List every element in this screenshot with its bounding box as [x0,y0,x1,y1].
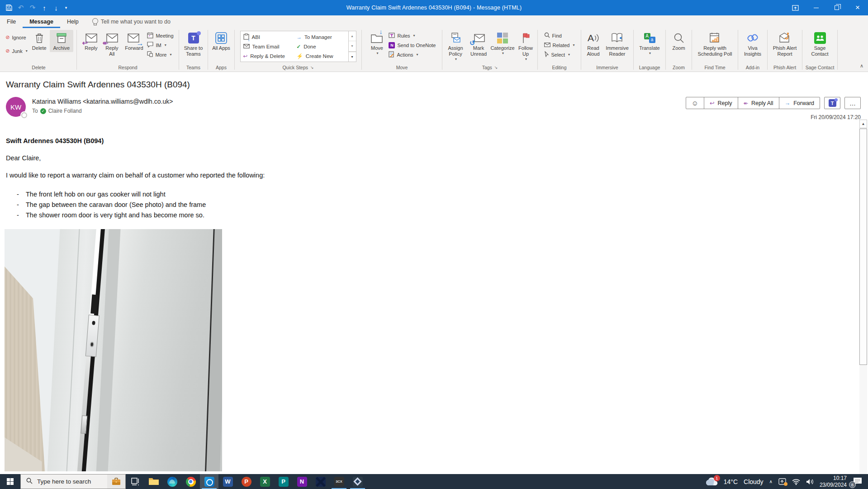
onenote-icon[interactable]: N [293,474,311,489]
tab-file[interactable]: File [0,15,23,28]
hidden-icons-chevron[interactable]: ∧ [769,479,773,484]
select-button[interactable]: Select ▾ [543,50,576,59]
scrollbar-thumb[interactable] [859,129,867,365]
quick-step-team-email[interactable]: Team Email [242,42,296,51]
taskbar-search[interactable]: Type here to search [20,474,126,489]
junk-button[interactable]: ⊘ Junk ▾ [4,46,28,56]
delete-button[interactable]: Delete [29,30,50,52]
im-button[interactable]: IM ▾ [146,40,175,50]
tab-message[interactable]: Message [23,15,60,28]
3cx-icon[interactable]: 3CX [330,474,348,489]
task-view-button[interactable] [126,474,144,489]
weather-icon[interactable]: 1 [705,477,718,487]
categorize-button[interactable]: Categorize ▾ [490,30,515,57]
tray-app-icon[interactable] [778,478,786,485]
close-button[interactable]: × [847,0,868,15]
tell-me-box[interactable]: Tell me what you want to do [92,18,171,26]
find-button[interactable]: Find [543,31,576,40]
meeting-button[interactable]: Meeting [146,31,175,40]
quick-steps-scroll-up[interactable]: ▴ [349,31,356,41]
viva-insights-button[interactable]: Viva Insights [740,30,765,58]
wifi-icon[interactable] [792,479,800,485]
sage-contact-button[interactable]: Sage Contact [807,30,833,58]
reply-header-label: Reply [718,100,732,106]
chevron-down-icon: ▾ [502,51,504,56]
message-scrollbar[interactable]: ▲ [859,120,867,474]
word-icon[interactable]: W [218,474,237,489]
related-button[interactable]: Related ▾ [543,40,576,50]
quick-step-reply-delete[interactable]: ↩ Reply & Delete [242,51,296,61]
reply-header-button[interactable]: ↩ Reply [704,97,737,109]
dialog-launcher-icon[interactable]: ↘ [310,65,314,70]
mark-unread-button[interactable]: ↺ Mark Unread [467,30,490,58]
previous-item-icon[interactable]: ↑ [39,2,50,13]
translate-button[interactable]: A a Translate ▾ [636,30,663,57]
start-button[interactable] [0,474,20,489]
attached-photo-caravan-door[interactable] [5,229,222,471]
rules-button[interactable]: Rules ▾ [387,31,437,40]
next-item-icon[interactable]: ↓ [51,2,62,13]
weather-condition[interactable]: Cloudy [744,478,764,485]
assign-policy-button[interactable]: Assign Policy ▾ [444,30,467,62]
move-button[interactable]: ↓ Move ▾ [366,30,387,57]
teams-share-button[interactable]: T [824,97,840,109]
quick-step-create-new[interactable]: ⚡ Create New [296,51,346,61]
send-to-onenote-button[interactable]: N Send to OneNote [387,40,437,50]
powerpoint-icon[interactable]: P [237,474,256,489]
publisher-icon[interactable]: P [274,474,293,489]
related-label: Related [553,43,570,48]
dialog-launcher-icon[interactable]: ↘ [494,65,498,70]
minimize-button[interactable] [806,0,826,15]
chrome-icon[interactable] [181,474,200,489]
avatar[interactable]: KW [6,97,26,117]
restore-button[interactable] [826,0,847,15]
all-apps-button[interactable]: All Apps [210,30,232,52]
quick-step-to-manager[interactable]: → To Manager [296,32,346,42]
quick-step-done[interactable]: ✓ Done [296,42,346,51]
edge-icon[interactable] [163,474,181,489]
save-icon[interactable] [4,2,14,13]
more-actions-button[interactable]: … [844,97,861,109]
scroll-up-arrow[interactable]: ▲ [859,120,867,128]
customize-qat-icon[interactable]: ▾ [62,2,70,13]
share-to-teams-button[interactable]: T Share to Teams [180,30,207,58]
quick-steps-scroll-down[interactable]: ▾ [349,41,356,51]
virtualbox-icon[interactable] [348,474,367,489]
app-icon-dark[interactable] [311,474,330,489]
sender-name[interactable]: Katarina Williams <katarina.williams@wdl… [32,98,173,105]
ignore-button[interactable]: ⊘ Ignore [4,33,28,42]
forward-header-button[interactable]: → Forward [779,97,820,109]
outlook-icon[interactable] [200,474,218,489]
reply-button[interactable]: ↩ Reply [81,30,101,52]
reply-all-button[interactable]: ↞ Reply All [101,30,122,58]
action-center-icon[interactable]: 8 [853,477,863,486]
system-tray: 1 14°C Cloudy ∧ 10:17 23/09/2024 8 [705,475,868,489]
emoji-button[interactable]: ☺ [686,97,704,109]
quick-step-abi[interactable]: ↓ ABI [242,32,296,42]
ribbon-group-find-time: Reply with Scheduling Poll Find Time [692,28,738,72]
ribbon-tab-row: File Message Help Tell me what you want … [0,15,868,28]
forward-button[interactable]: → Forward [122,30,146,52]
archive-button[interactable]: Archive [50,30,73,52]
tab-help[interactable]: Help [60,15,85,28]
excel-icon[interactable]: X [256,474,274,489]
briefcase-icon[interactable] [107,475,125,489]
ribbon-display-options-icon[interactable] [785,0,806,15]
actions-button[interactable]: Actions ▾ [387,50,437,59]
weather-temp[interactable]: 14°C [724,478,738,485]
zoom-button[interactable]: Zoom [668,30,690,52]
volume-icon[interactable] [806,479,814,485]
reply-all-header-button[interactable]: ↞ Reply All [738,97,779,109]
immersive-reader-button[interactable]: Immersive Reader [603,30,631,58]
follow-up-button[interactable]: Follow Up ▾ [515,30,536,62]
reply-scheduling-poll-button[interactable]: Reply with Scheduling Poll [694,30,736,58]
phish-alert-report-button[interactable]: Phish Alert Report [769,30,800,58]
recipient-name[interactable]: Claire Folland [48,108,82,114]
more-respond-button[interactable]: More ▾ [146,50,175,59]
read-aloud-button[interactable]: A Read Aloud [583,30,603,58]
ribbon-group-zoom: Zoom Zoom [666,28,692,72]
taskbar-clock[interactable]: 10:17 23/09/2024 [820,475,847,489]
file-explorer-icon[interactable] [144,474,163,489]
quick-steps-more[interactable]: ▾ [349,52,356,62]
collapse-ribbon-icon[interactable]: ∧ [860,63,863,69]
